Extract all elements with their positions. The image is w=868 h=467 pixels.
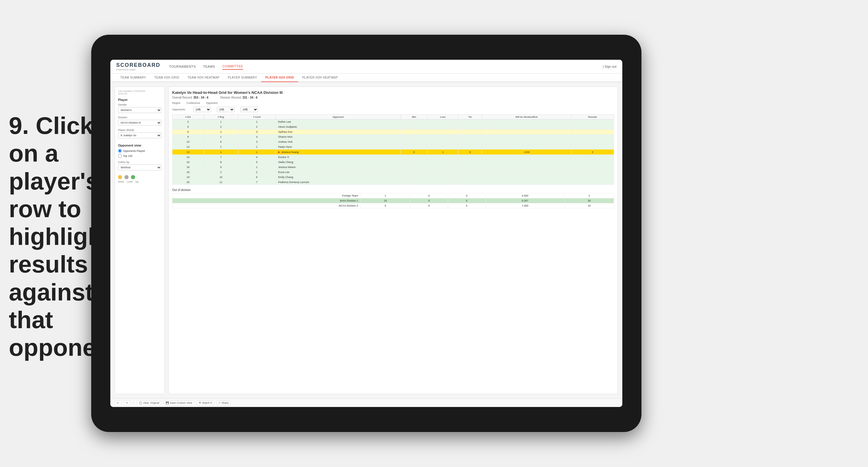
table-row[interactable]: 20 11 7 Federica Domecq Lacroze <box>173 180 614 185</box>
navbar: SCOREBOARD Powered by clippd TOURNAMENTS… <box>110 60 622 73</box>
timestamp: Last Updated: 27/03/2024 16:55:28 <box>118 90 161 95</box>
out-of-division-title: Out of division <box>172 188 614 192</box>
sign-out-button[interactable]: | Sign out <box>603 65 616 68</box>
filters-row: Region Conference Opponent <box>172 101 614 104</box>
conference-filter-group: Conference <box>187 101 200 104</box>
table-row[interactable]: 10 6 3 Andrea York <box>173 139 614 145</box>
ood-table: Foreign Team 1 0 0 4.500 2 NAIA Division… <box>172 193 614 208</box>
ood-table-row: NCAA Division 2 5 0 0 7.400 10 <box>173 203 614 208</box>
dot-up <box>131 175 135 179</box>
table-row[interactable]: 15 8 5 Stella Cheng <box>173 160 614 165</box>
redo-button[interactable]: ↪ <box>124 401 130 405</box>
h2h-grid-table: # Div # Reg # Conf Opponent Win Loss Tie… <box>172 115 614 185</box>
gender-select[interactable]: Women's <box>118 107 161 113</box>
grid-title: Katelyn Vo Head-to-Head Grid for Women's… <box>172 90 614 95</box>
table-row[interactable]: 13 1 1 Haejo Hyun <box>173 145 614 150</box>
table-row[interactable]: 13 1 1 ▶ Jessica Huang 0 1 0 -3.00 2 <box>173 150 614 155</box>
top-100-radio[interactable]: Top 100 <box>118 154 161 158</box>
subnav: TEAM SUMMARY TEAM H2H GRID TEAM H2H HEAT… <box>110 73 622 82</box>
annotation-text: 9. Click on a player's row to highlight … <box>9 112 94 362</box>
col-conf: # Conf <box>238 115 276 120</box>
share-button[interactable]: ↗ Share <box>216 401 231 405</box>
table-row[interactable]: 18 2 2 Euna Lee <box>173 170 614 175</box>
col-loss: Loss <box>427 115 458 120</box>
division-select[interactable]: NCAA Division III <box>118 120 161 126</box>
main-content: Last Updated: 27/03/2024 16:55:28 Player… <box>110 82 622 399</box>
gender-label: Gender <box>118 103 161 106</box>
watch-button[interactable]: 👁 Watch ▾ <box>196 401 214 405</box>
nav-teams[interactable]: TEAMS <box>203 64 215 69</box>
ood-table-row: NAIA Division 1 15 0 0 9.267 30 <box>173 198 614 203</box>
opponent-view-title: Opponent view <box>118 144 161 147</box>
region-filter-group: Region <box>172 101 181 104</box>
table-row[interactable]: 14 7 4 Eunice Yi <box>173 155 614 160</box>
col-tie: Tie <box>458 115 482 120</box>
right-panel: Katelyn Vo Head-to-Head Grid for Women's… <box>168 87 618 394</box>
logo: SCOREBOARD Powered by clippd <box>116 62 160 71</box>
table-row[interactable]: 3 1 1 Esther Lee <box>173 120 614 124</box>
overall-record: Overall Record: 353 - 34 - 6 <box>172 96 208 99</box>
col-rounds: Rounds <box>571 115 614 120</box>
player-rank-label: Player (Rank) <box>118 129 161 131</box>
dot-down <box>118 175 122 179</box>
colour-dots <box>118 175 161 179</box>
tab-player-summary[interactable]: PLAYER SUMMARY <box>224 73 261 82</box>
colour-by-select[interactable]: Win/loss <box>118 164 161 170</box>
save-custom-button[interactable]: 💾 Save Custom View <box>164 401 194 405</box>
opponent-filter-select[interactable]: (All) <box>240 107 258 112</box>
nav-committee[interactable]: COMMITTEE <box>222 63 243 70</box>
opponent-filter-group: Opponent <box>206 101 218 104</box>
tab-team-h2h-heatmap[interactable]: TEAM H2H HEATMAP <box>183 73 224 82</box>
tab-player-h2h-heatmap[interactable]: PLAYER H2H HEATMAP <box>298 73 342 82</box>
conference-filter-select[interactable]: (All) <box>217 107 235 112</box>
table-row[interactable]: 19 10 6 Emily Chang <box>173 175 614 180</box>
left-panel: Last Updated: 27/03/2024 16:55:28 Player… <box>115 87 165 394</box>
opponents-played-radio[interactable]: Opponents Played <box>118 149 161 153</box>
division-label: Division <box>118 116 161 119</box>
ood-table-row: Foreign Team 1 0 0 4.500 2 <box>173 193 614 198</box>
tab-player-h2h-grid[interactable]: PLAYER H2H GRID <box>261 73 298 82</box>
toolbar: ↩ ↪ 📋 View: Original 💾 Save Custom View … <box>110 399 622 407</box>
player-rank-select[interactable]: 8. Katelyn Vo <box>118 132 161 138</box>
dot-labels: Down Level Up <box>118 180 161 183</box>
col-win: Win <box>401 115 428 120</box>
logo-title: SCOREBOARD <box>116 62 160 68</box>
undo-button[interactable]: ↩ <box>115 401 121 405</box>
view-original-button[interactable]: 📋 View: Original <box>137 401 161 405</box>
tab-team-h2h-grid[interactable]: TEAM H2H GRID <box>150 73 184 82</box>
filters-selects-row: Opponents: (All) (All) (All) <box>172 107 614 112</box>
table-row[interactable]: 6 1 3 Sydney Kuo <box>173 129 614 134</box>
table-row[interactable]: 5 2 2 Alexis Sudjianto <box>173 124 614 129</box>
region-filter-select[interactable]: (All) <box>193 107 211 112</box>
grid-records: Overall Record: 353 - 34 - 6 Division Re… <box>172 96 614 99</box>
col-diff: Diff Av Strokes/Rnd <box>482 115 571 120</box>
table-row[interactable]: 16 9 1 Jessica Mason <box>173 165 614 170</box>
table-row[interactable]: 9 1 4 Sharon Mun <box>173 134 614 139</box>
colour-by-label: Colour by <box>118 161 161 164</box>
out-of-division-section: Out of division Foreign Team 1 0 0 4.500… <box>172 188 614 208</box>
tablet-device: SCOREBOARD Powered by clippd TOURNAMENTS… <box>91 35 642 432</box>
logo-subtitle: Powered by clippd <box>116 68 160 71</box>
player-section-title: Player <box>118 98 161 101</box>
tab-team-summary[interactable]: TEAM SUMMARY <box>116 73 150 82</box>
tablet-screen: SCOREBOARD Powered by clippd TOURNAMENTS… <box>110 60 622 407</box>
col-opponent: Opponent <box>276 115 401 120</box>
col-reg: # Reg <box>204 115 238 120</box>
col-div: # Div <box>173 115 204 120</box>
opponent-view-section: Opponent view Opponents Played Top 100 <box>118 144 161 158</box>
nav-items: TOURNAMENTS TEAMS COMMITTEE <box>169 63 243 70</box>
nav-tournaments[interactable]: TOURNAMENTS <box>169 64 196 69</box>
dot-level <box>124 175 129 179</box>
colour-section: Colour by Win/loss Down Level Up <box>118 161 161 183</box>
division-record: Division Record: 331 - 34 - 6 <box>220 96 257 99</box>
